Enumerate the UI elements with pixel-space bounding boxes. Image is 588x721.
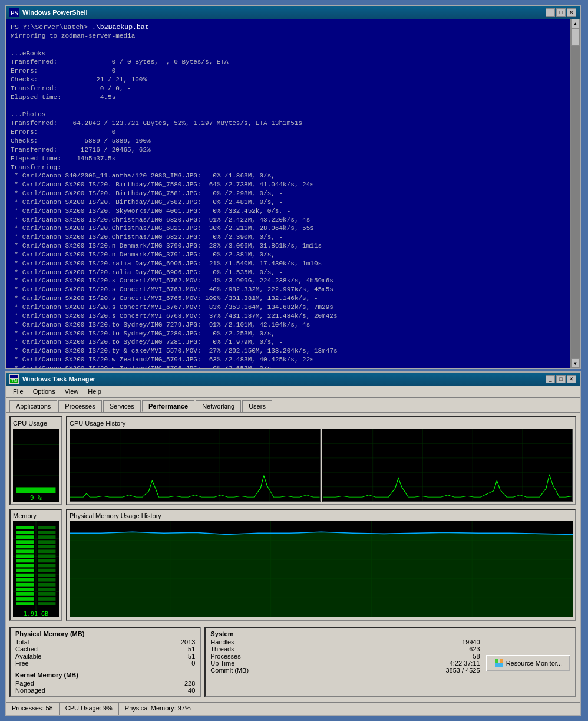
svg-rect-53 bbox=[38, 540, 55, 544]
sys-processes-label: Processes bbox=[210, 653, 240, 660]
svg-rect-57 bbox=[38, 559, 55, 563]
memory-gauge-value: 1.91 GB bbox=[13, 611, 59, 617]
cpu-gauge-label: CPU Usage bbox=[13, 420, 59, 427]
tm-close-button[interactable]: ✕ bbox=[567, 375, 576, 383]
sys-processes-row: Processes 58 bbox=[210, 653, 480, 660]
svg-rect-54 bbox=[38, 545, 55, 548]
svg-text:PS: PS bbox=[11, 9, 18, 17]
scroll-track bbox=[571, 28, 580, 358]
system-title: System bbox=[210, 630, 480, 637]
phys-free-row: Free 0 bbox=[15, 660, 195, 667]
tab-networking[interactable]: Networking bbox=[196, 400, 241, 412]
system-stats: System Handles 19940 Threads 623 Process… bbox=[204, 627, 576, 697]
maximize-button[interactable]: □ bbox=[556, 8, 566, 17]
tm-maximize-button[interactable]: □ bbox=[556, 375, 566, 383]
svg-rect-41 bbox=[16, 564, 34, 568]
tm-minimize-button[interactable]: _ bbox=[546, 375, 555, 383]
ps-scrollbar[interactable]: ▲ ▼ bbox=[570, 19, 580, 368]
cpu-history-right-svg bbox=[323, 429, 573, 501]
phys-available-row: Available 51 bbox=[15, 653, 195, 660]
kernel-nonpaged-value: 40 bbox=[188, 687, 195, 694]
ps-output: Mirroring to zodman-server-media ...eBoo… bbox=[11, 32, 566, 368]
svg-rect-10 bbox=[70, 429, 320, 501]
cpu-gauge-display: 9 % bbox=[13, 429, 59, 502]
status-memory: Physical Memory: 97% bbox=[119, 703, 197, 715]
menu-file[interactable]: File bbox=[8, 387, 28, 396]
svg-rect-56 bbox=[38, 555, 55, 558]
menu-help[interactable]: Help bbox=[83, 387, 106, 396]
sys-commit-label: Commit (MB) bbox=[210, 667, 249, 674]
tm-title: Windows Task Manager bbox=[22, 376, 546, 383]
sys-threads-value: 623 bbox=[469, 646, 480, 653]
kernel-nonpaged-row: Nonpaged 40 bbox=[15, 687, 195, 694]
ps-title: Windows PowerShell bbox=[22, 9, 546, 16]
svg-text:TM: TM bbox=[11, 378, 17, 383]
ps-command-text: .\b2Backup.bat bbox=[92, 23, 149, 31]
svg-rect-36 bbox=[16, 540, 34, 544]
tm-tabs: Applications Processes Services Performa… bbox=[6, 398, 580, 412]
ps-window-buttons: _ □ ✕ bbox=[546, 8, 576, 17]
status-cpu: CPU Usage: 9% bbox=[60, 703, 119, 715]
memory-gauge-svg bbox=[13, 521, 59, 610]
physical-memory-stats: Physical Memory (MB) Total 2013 Cached 5… bbox=[9, 627, 201, 697]
powershell-window: PS Windows PowerShell _ □ ✕ PS Y:\Server… bbox=[5, 5, 581, 369]
svg-rect-61 bbox=[38, 578, 55, 582]
status-processes: Processes: 58 bbox=[6, 703, 60, 715]
menu-view[interactable]: View bbox=[60, 387, 84, 396]
memory-history-graph bbox=[70, 521, 573, 617]
scroll-down-button[interactable]: ▼ bbox=[571, 358, 580, 368]
close-button[interactable]: ✕ bbox=[567, 8, 576, 17]
menu-options[interactable]: Options bbox=[28, 387, 60, 396]
ps-body[interactable]: PS Y:\Server\Batch> .\b2Backup.bat Mirro… bbox=[6, 19, 570, 368]
svg-rect-58 bbox=[38, 564, 55, 568]
svg-rect-35 bbox=[16, 535, 34, 539]
sys-handles-row: Handles 19940 bbox=[210, 638, 480, 646]
svg-rect-49 bbox=[16, 602, 34, 605]
svg-rect-39 bbox=[16, 555, 34, 558]
phys-available-label: Available bbox=[15, 653, 41, 660]
phys-total-label: Total bbox=[15, 638, 29, 646]
tm-icon: TM bbox=[9, 374, 19, 384]
svg-rect-38 bbox=[16, 550, 34, 554]
svg-rect-19 bbox=[323, 429, 573, 501]
ps-prompt-line: PS Y:\Server\Batch> .\b2Backup.bat bbox=[11, 22, 566, 32]
phys-cached-value: 51 bbox=[188, 646, 195, 653]
cpu-history-left bbox=[70, 429, 321, 502]
svg-rect-79 bbox=[495, 659, 498, 663]
tm-top-row: CPU Usage 9 % bbox=[9, 416, 576, 505]
tm-body: CPU Usage 9 % bbox=[6, 412, 580, 702]
tab-performance[interactable]: Performance bbox=[142, 400, 194, 412]
resource-monitor-button[interactable]: Resource Monitor... bbox=[486, 655, 570, 671]
phys-free-label: Free bbox=[15, 660, 29, 667]
svg-rect-42 bbox=[16, 569, 34, 572]
tab-users[interactable]: Users bbox=[242, 400, 272, 412]
cpu-history-box: CPU Usage History bbox=[66, 416, 576, 505]
tm-stats-row: Physical Memory (MB) Total 2013 Cached 5… bbox=[9, 624, 576, 699]
cpu-gauge-svg bbox=[13, 429, 59, 493]
sys-handles-value: 19940 bbox=[462, 638, 480, 646]
phys-available-value: 51 bbox=[188, 653, 195, 660]
memory-gauge-display: 1.91 GB bbox=[13, 521, 59, 617]
svg-rect-78 bbox=[495, 663, 503, 667]
svg-rect-51 bbox=[38, 531, 55, 534]
kernel-paged-label: Paged bbox=[15, 680, 34, 687]
sys-threads-label: Threads bbox=[210, 646, 234, 653]
svg-rect-9 bbox=[16, 487, 56, 493]
phys-free-value: 0 bbox=[191, 660, 195, 667]
tab-services[interactable]: Services bbox=[103, 400, 141, 412]
tab-processes[interactable]: Processes bbox=[58, 400, 101, 412]
tab-applications[interactable]: Applications bbox=[9, 400, 57, 412]
svg-rect-63 bbox=[38, 588, 55, 591]
tm-statusbar: Processes: 58 CPU Usage: 9% Physical Mem… bbox=[6, 702, 580, 715]
svg-rect-47 bbox=[16, 592, 34, 596]
minimize-button[interactable]: _ bbox=[546, 8, 555, 17]
ps-content-area: PS Y:\Server\Batch> .\b2Backup.bat Mirro… bbox=[6, 19, 580, 368]
resource-monitor-icon bbox=[494, 659, 504, 668]
sys-uptime-label: Up Time bbox=[210, 660, 234, 667]
scroll-up-button[interactable]: ▲ bbox=[571, 19, 580, 28]
svg-rect-80 bbox=[500, 659, 503, 663]
scroll-thumb[interactable] bbox=[571, 28, 580, 46]
svg-rect-66 bbox=[38, 602, 55, 605]
svg-rect-52 bbox=[38, 535, 55, 539]
svg-rect-48 bbox=[16, 597, 34, 601]
